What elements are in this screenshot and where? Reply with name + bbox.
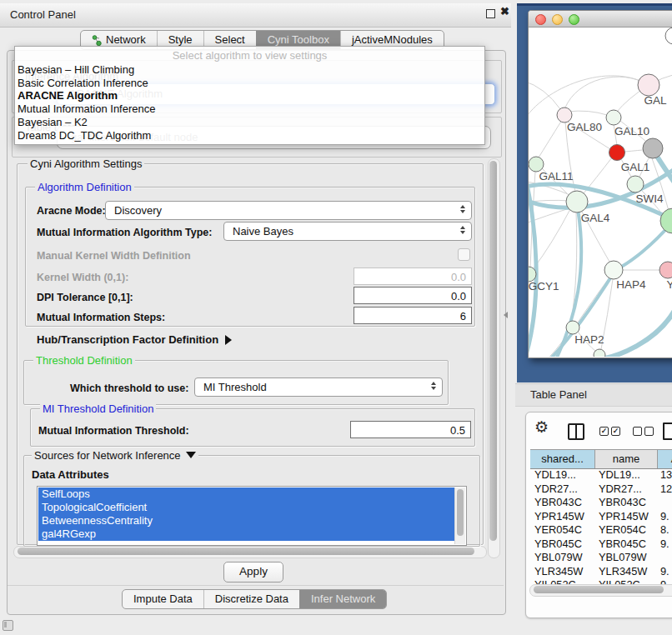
data-attributes-label: Data Attributes [32, 468, 109, 481]
window-close-icon[interactable] [535, 14, 546, 25]
deselect-checkboxes-icon[interactable] [633, 427, 642, 436]
algorithm-definition-title: Algorithm Definition [35, 181, 134, 193]
stepper-arrows-icon [431, 382, 437, 390]
aracne-mode-label: Aracne Mode: [37, 205, 106, 217]
network-edge[interactable] [577, 308, 672, 357]
aracne-mode-combo[interactable]: Discovery [105, 201, 472, 220]
table-row[interactable]: YBR045CYBR045C9. [530, 538, 672, 552]
split-columns-icon[interactable] [568, 423, 584, 440]
network-node[interactable] [660, 208, 672, 233]
tab-infer-network[interactable]: Infer Network [299, 590, 386, 608]
network-node-gal4[interactable] [566, 191, 588, 212]
node-label-hap2: HAP2 [574, 333, 604, 346]
kernel-width-field[interactable]: 0.0 [354, 268, 472, 285]
mi-threshold-field[interactable]: 0.5 [350, 421, 471, 438]
table-cell: YDL19... [594, 468, 656, 482]
mi-algorithm-type-combo[interactable]: Naive Bayes [223, 222, 472, 241]
dropdown-placeholder: Select algorithm to view settings [15, 47, 484, 63]
algorithm-option-mutual-information-inference[interactable]: Mutual Information Inference [18, 102, 484, 116]
table-cell: YBR043C [530, 496, 594, 510]
column-header-shared[interactable]: shared... [530, 450, 595, 468]
tab-discretize-data[interactable]: Discretize Data [203, 590, 299, 608]
table-cell: YDR27... [594, 482, 656, 497]
document-icon[interactable] [663, 422, 672, 440]
gear-icon[interactable]: ⚙ [534, 418, 549, 437]
hub-definition-expander[interactable]: Hub/Transcription Factor Definition [37, 333, 232, 346]
data-attributes-list[interactable]: SelfLoopsTopologicalCoefficientBetweenne… [37, 486, 467, 546]
table-row[interactable]: YBL079WYBL079W [530, 551, 672, 565]
attribute-item-selfloops[interactable]: SelfLoops [38, 488, 455, 501]
network-node-gal[interactable] [638, 74, 659, 96]
node-label-swi4: SWI4 [635, 192, 663, 205]
network-edge[interactable] [539, 120, 562, 158]
network-node[interactable] [665, 28, 672, 44]
attribute-item-topologicalcoefficient[interactable]: TopologicalCoefficient [38, 501, 455, 514]
collapsed-panel-icon[interactable] [3, 620, 13, 631]
mi-steps-field[interactable]: 6 [354, 307, 472, 324]
table-row[interactable]: YLR345WYLR345W9. [530, 565, 672, 579]
network-node-swi4[interactable] [627, 176, 644, 192]
algorithm-option-bayesian-k2[interactable]: Bayesian – K2 [18, 116, 484, 129]
sources-title[interactable]: Sources for Network Inference [32, 449, 198, 462]
algorithm-option-aracne-algorithm[interactable]: ARACNE Algorithm [18, 89, 484, 102]
tab-discretize-data-label: Discretize Data [215, 590, 288, 608]
network-node[interactable] [643, 138, 663, 158]
table-row[interactable]: YBR043CYBR043C [530, 496, 672, 510]
column-header-a[interactable]: A [658, 450, 672, 468]
network-node-y[interactable] [659, 262, 672, 278]
algorithm-option-basic-correlation-inference[interactable]: Basic Correlation Inference [18, 77, 484, 90]
settings-horizontal-scrollbar[interactable] [13, 546, 487, 558]
dpi-tolerance-label: DPI Tolerance [0,1]: [37, 292, 133, 303]
attribute-item-betweennesscentrality[interactable]: BetweennessCentrality [38, 514, 455, 528]
network-window-titlebar[interactable] [529, 11, 672, 28]
network-edge[interactable] [568, 111, 607, 115]
tab-infer-network-label: Infer Network [311, 590, 375, 608]
select-all-checkboxes-icon[interactable]: ✓ [599, 427, 609, 436]
table-body: YDL19...YDL19...13YDR27...YDR27...12YBR0… [530, 468, 672, 592]
table-cell: YPR145W [530, 510, 594, 524]
table-row[interactable]: YPR145WYPR145W9. [530, 510, 672, 524]
algorithm-option-dream8-dc-tdc-algorithm[interactable]: Dream8 DC_TDC Algorithm [18, 129, 484, 142]
network-edge[interactable] [529, 81, 560, 109]
network-node[interactable] [594, 349, 605, 357]
tab-impute-data[interactable]: Impute Data [123, 590, 203, 608]
table-row[interactable]: YDL19...YDL19...13 [530, 468, 672, 482]
algorithm-option-bayesian-hill-climbing[interactable]: Bayesian – Hill Climbing [18, 63, 484, 77]
column-header-name[interactable]: name [595, 450, 658, 468]
network-node-gal10[interactable] [606, 110, 621, 125]
network-node-hap4[interactable] [604, 261, 623, 279]
control-panel-titlebar [0, 3, 511, 28]
network-canvas[interactable]: GALGAL80GAL10GAL1SWI4GAL11GAL4HAP4YGCY1H… [529, 28, 672, 357]
table-row[interactable]: YER054CYER054C8. [530, 523, 672, 538]
table-cell [656, 551, 672, 565]
network-view-window[interactable]: GALGAL80GAL10GAL1SWI4GAL11GAL4HAP4YGCY1H… [528, 10, 672, 358]
which-threshold-combo[interactable]: MI Threshold [194, 378, 443, 397]
network-edge[interactable] [529, 162, 536, 357]
attribute-item-gal4rgexp[interactable]: gal4RGexp [38, 528, 455, 541]
cyni-algorithm-settings-title: Cyni Algorithm Settings [28, 158, 144, 170]
table-cell: 8. [656, 523, 672, 538]
settings-vertical-scrollbar[interactable] [488, 158, 500, 558]
node-label-gal80: GAL80 [567, 121, 602, 133]
table-cell: YER054C [594, 523, 656, 538]
splitter-collapse-icon[interactable] [504, 312, 508, 318]
apply-button[interactable]: Apply [223, 562, 283, 582]
select-all-checkboxes-icon[interactable]: ✓ [611, 427, 620, 436]
window-minimize-icon[interactable] [552, 14, 563, 25]
node-label-gal: GAL [644, 94, 667, 107]
dpi-tolerance-field[interactable]: 0.0 [354, 287, 472, 304]
network-node-gal1[interactable] [609, 145, 625, 161]
deselect-checkboxes-icon[interactable] [644, 427, 654, 436]
table-row[interactable]: YDR27...YDR27...12 [530, 482, 672, 497]
window-zoom-icon[interactable] [569, 14, 579, 25]
float-window-icon[interactable] [486, 9, 495, 18]
manual-kernel-width-checkbox[interactable] [458, 248, 470, 261]
table-horizontal-scrollbar[interactable] [529, 584, 672, 597]
attributes-list-scrollbar[interactable] [454, 488, 465, 544]
table-cell: 12 [656, 482, 672, 497]
table-cell: YER054C [530, 523, 594, 538]
table-cell: YBR045C [594, 538, 656, 552]
mi-threshold-label: Mutual Information Threshold: [38, 425, 189, 437]
network-node-hap2[interactable] [566, 321, 579, 334]
close-icon[interactable]: ✖ [500, 5, 509, 18]
